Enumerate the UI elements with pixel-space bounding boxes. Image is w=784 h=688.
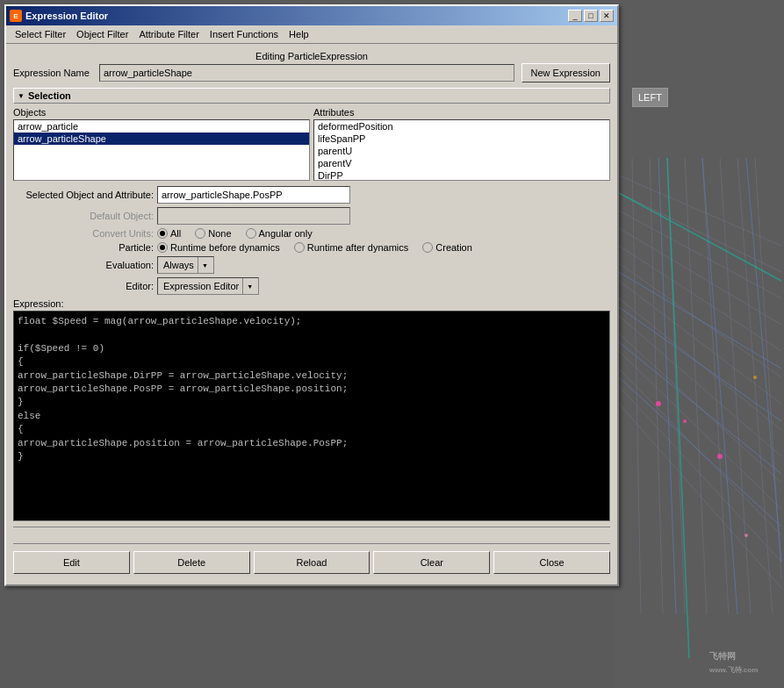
radio-circle-runtime-after bbox=[294, 242, 305, 253]
list-item[interactable]: arrow_particleShape bbox=[14, 133, 309, 145]
close-button[interactable]: Close bbox=[493, 551, 610, 574]
title-bar-left: E Expression Editor bbox=[10, 10, 108, 22]
list-item[interactable]: deformedPosition bbox=[314, 120, 609, 133]
editor-dropdown-btn[interactable]: ▼ bbox=[242, 278, 256, 294]
particle-group: Runtime before dynamics Runtime after dy… bbox=[157, 242, 472, 253]
radio-runtime-after-label: Runtime after dynamics bbox=[307, 242, 409, 253]
expression-name-row: Expression Name New Expression bbox=[13, 63, 610, 82]
radio-angular-label: Angular only bbox=[259, 228, 313, 239]
objects-column: Objects arrow_particle arrow_particleSha… bbox=[13, 107, 310, 181]
list-item[interactable]: parentU bbox=[314, 145, 609, 157]
svg-text:飞特网: 飞特网 bbox=[709, 651, 736, 661]
selected-obj-attr-label: Selected Object and Attribute: bbox=[13, 190, 154, 200]
svg-point-34 bbox=[717, 454, 723, 459]
title-controls: _ □ ✕ bbox=[568, 10, 614, 22]
app-icon: E bbox=[10, 10, 22, 22]
expression-editor[interactable] bbox=[13, 311, 610, 521]
radio-creation[interactable]: Creation bbox=[422, 242, 472, 253]
viewport-left-label: LEFT bbox=[632, 88, 668, 107]
watermark: 飞特网 www.飞特.com bbox=[705, 641, 775, 679]
collapse-icon[interactable]: ▼ bbox=[18, 92, 25, 100]
radio-circle-runtime-before bbox=[157, 242, 168, 253]
list-item[interactable]: parentV bbox=[314, 157, 609, 169]
radio-runtime-before-label: Runtime before dynamics bbox=[170, 242, 280, 253]
evaluation-value: Always bbox=[160, 260, 198, 270]
content-area: Editing ParticleExpression Expression Na… bbox=[6, 44, 617, 584]
objects-header: Objects bbox=[13, 107, 310, 118]
radio-runtime-after[interactable]: Runtime after dynamics bbox=[294, 242, 409, 253]
radio-circle-all bbox=[157, 228, 168, 239]
edit-button[interactable]: Edit bbox=[13, 551, 130, 574]
radio-circle-creation bbox=[422, 242, 433, 253]
main-window: E Expression Editor _ □ ✕ Select Filter … bbox=[4, 4, 619, 586]
expression-name-label: Expression Name bbox=[13, 68, 92, 78]
editor-row: Editor: Expression Editor ▼ bbox=[13, 277, 610, 295]
attributes-list[interactable]: deformedPosition lifeSpanPP parentU pare… bbox=[313, 119, 610, 181]
list-item[interactable]: lifeSpanPP bbox=[314, 133, 609, 145]
new-expression-button[interactable]: New Expression bbox=[521, 63, 610, 82]
attributes-header: Attributes bbox=[313, 107, 610, 118]
editor-combo[interactable]: Expression Editor ▼ bbox=[157, 277, 259, 295]
default-object-label: Default Object: bbox=[13, 211, 154, 221]
button-row: Edit Delete Reload Clear Close bbox=[13, 548, 610, 577]
menu-object-filter[interactable]: Object Filter bbox=[71, 27, 133, 41]
menu-insert-functions[interactable]: Insert Functions bbox=[205, 27, 284, 41]
status-bar bbox=[13, 527, 610, 544]
svg-point-32 bbox=[656, 401, 661, 406]
radio-circle-angular bbox=[246, 228, 256, 239]
editor-value: Expression Editor bbox=[160, 281, 242, 291]
clear-button[interactable]: Clear bbox=[373, 551, 490, 574]
evaluation-dropdown-btn[interactable]: ▼ bbox=[198, 257, 212, 273]
editing-header: Editing ParticleExpression bbox=[13, 47, 610, 63]
selection-section-header: ▼ Selection bbox=[13, 88, 610, 104]
minimize-button[interactable]: _ bbox=[568, 10, 582, 22]
menu-bar: Select Filter Object Filter Attribute Fi… bbox=[6, 25, 617, 44]
selected-obj-attr-input[interactable] bbox=[157, 186, 350, 204]
selection-label: Selection bbox=[28, 90, 71, 101]
attributes-column: Attributes deformedPosition lifeSpanPP p… bbox=[313, 107, 610, 181]
radio-none[interactable]: None bbox=[195, 228, 231, 239]
svg-point-36 bbox=[753, 376, 757, 379]
default-object-row: Default Object: bbox=[13, 207, 610, 225]
menu-attribute-filter[interactable]: Attribute Filter bbox=[133, 27, 204, 41]
objects-attributes-row: Objects arrow_particle arrow_particleSha… bbox=[13, 107, 610, 181]
radio-angular[interactable]: Angular only bbox=[246, 228, 313, 239]
menu-select-filter[interactable]: Select Filter bbox=[10, 27, 71, 41]
radio-runtime-before[interactable]: Runtime before dynamics bbox=[157, 242, 280, 253]
svg-point-35 bbox=[744, 534, 748, 537]
objects-list[interactable]: arrow_particle arrow_particleShape bbox=[13, 119, 310, 181]
evaluation-combo[interactable]: Always ▼ bbox=[157, 256, 214, 274]
maximize-button[interactable]: □ bbox=[584, 10, 598, 22]
expression-name-input[interactable] bbox=[99, 64, 514, 82]
convert-units-label: Convert Units: bbox=[13, 228, 154, 239]
window-title: Expression Editor bbox=[25, 11, 108, 21]
close-window-button[interactable]: ✕ bbox=[600, 10, 614, 22]
default-object-input[interactable] bbox=[157, 207, 350, 225]
svg-point-33 bbox=[683, 419, 687, 423]
editor-label: Editor: bbox=[13, 281, 154, 291]
title-bar: E Expression Editor _ □ ✕ bbox=[6, 6, 617, 25]
particle-row: Particle: Runtime before dynamics Runtim… bbox=[13, 242, 610, 253]
radio-all[interactable]: All bbox=[157, 228, 181, 239]
convert-units-group: All None Angular only bbox=[157, 228, 313, 239]
selected-obj-attr-row: Selected Object and Attribute: bbox=[13, 186, 610, 204]
expression-section-label: Expression: bbox=[13, 298, 610, 309]
evaluation-label: Evaluation: bbox=[13, 260, 154, 270]
svg-text:www.飞特.com: www.飞特.com bbox=[708, 666, 758, 674]
convert-units-row: Convert Units: All None Angular only bbox=[13, 228, 610, 239]
radio-all-label: All bbox=[170, 228, 181, 239]
menu-help[interactable]: Help bbox=[284, 27, 314, 41]
radio-circle-none bbox=[195, 228, 205, 239]
particle-label: Particle: bbox=[13, 242, 154, 253]
delete-button[interactable]: Delete bbox=[133, 551, 250, 574]
list-item[interactable]: arrow_particle bbox=[14, 120, 309, 133]
list-item[interactable]: DirPP bbox=[314, 169, 609, 181]
radio-creation-label: Creation bbox=[435, 242, 472, 253]
reload-button[interactable]: Reload bbox=[254, 551, 370, 574]
radio-none-label: None bbox=[208, 228, 231, 239]
evaluation-row: Evaluation: Always ▼ bbox=[13, 256, 610, 274]
